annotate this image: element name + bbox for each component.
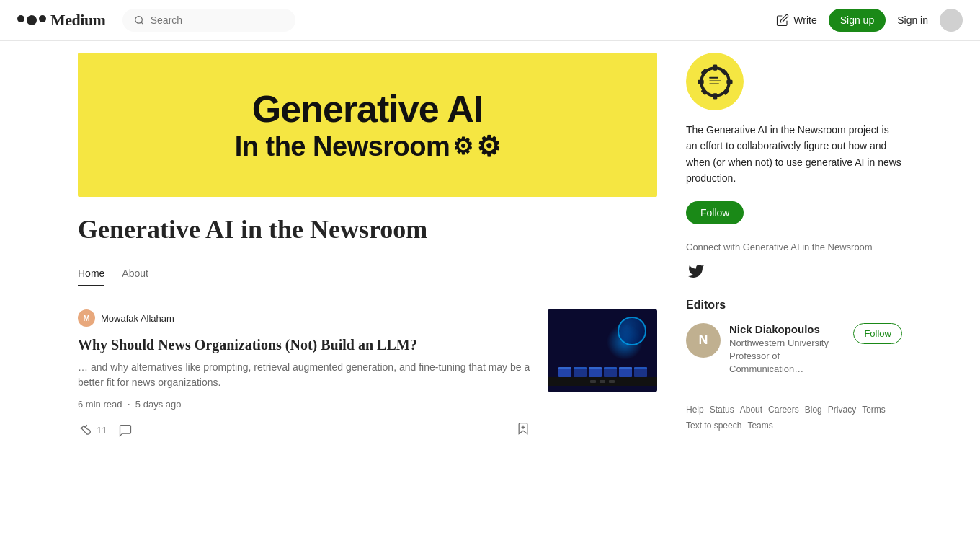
thumbnail-monitors <box>551 367 654 377</box>
svg-rect-13 <box>709 80 721 81</box>
logo-dots <box>17 15 46 25</box>
author-initial: M <box>83 314 89 322</box>
footer-link-privacy[interactable]: Privacy <box>828 405 856 415</box>
post-thumbnail[interactable] <box>548 309 657 392</box>
comment-button[interactable] <box>118 423 133 438</box>
read-time: 6 min read <box>78 399 122 410</box>
bookmark-icon <box>516 421 530 436</box>
svg-rect-6 <box>698 79 703 84</box>
svg-rect-5 <box>713 93 717 99</box>
author-avatar: M <box>78 309 95 327</box>
footer-links: Help Status About Careers Blog Privacy T… <box>686 405 902 431</box>
tab-home[interactable]: Home <box>78 262 104 286</box>
banner-subtitle-text: In the Newsroom <box>235 131 450 162</box>
signin-button[interactable]: Sign in <box>897 14 928 26</box>
author-name[interactable]: Mowafak Allaham <box>101 313 174 324</box>
post-content: M Mowafak Allaham Why Should News Organi… <box>78 309 530 439</box>
thumbnail-globe <box>618 317 646 345</box>
clap-button[interactable]: 11 <box>78 423 107 438</box>
post-actions-left: 11 <box>78 423 133 438</box>
svg-rect-4 <box>713 64 717 70</box>
tab-about[interactable]: About <box>122 262 148 286</box>
comment-icon <box>118 423 133 438</box>
nav-tabs: Home About <box>78 262 657 286</box>
connect-title: Connect with Generative AI in the Newsro… <box>686 242 902 252</box>
newsroom-gear-icon <box>695 62 735 102</box>
sidebar-follow-button[interactable]: Follow <box>686 201 744 224</box>
thumbnail-desk <box>548 377 657 386</box>
footer-link-teams[interactable]: Teams <box>747 420 772 431</box>
footer-link-status[interactable]: Status <box>710 405 734 415</box>
editor-info: Nick Diakopoulos Northwestern University… <box>729 323 845 376</box>
search-icon <box>134 14 144 26</box>
publication-title: Generative AI in the Newsroom <box>78 214 657 244</box>
twitter-icon[interactable] <box>686 261 706 281</box>
logo-text: Medium <box>50 11 105 30</box>
svg-point-0 <box>135 17 143 24</box>
banner-subtitle: In the Newsroom ⚙ ⚙ <box>235 131 501 162</box>
logo-dot-3 <box>39 15 46 22</box>
editor-bio: Northwestern University Professor of Com… <box>729 337 845 376</box>
search-input[interactable] <box>151 14 285 26</box>
editor-name[interactable]: Nick Diakopoulos <box>729 323 845 335</box>
save-button[interactable] <box>516 421 530 439</box>
footer-link-careers[interactable]: Careers <box>768 405 799 415</box>
clap-count: 11 <box>97 425 107 436</box>
connect-section: Connect with Generative AI in the Newsro… <box>686 242 902 281</box>
gear-icon-2: ⚙ <box>476 131 501 162</box>
editors-section: Editors N Nick Diakopoulos Northwestern … <box>686 299 902 376</box>
banner-title: Generative AI <box>252 87 483 131</box>
write-label: Write <box>793 14 816 26</box>
svg-rect-7 <box>726 79 732 84</box>
search-bar[interactable] <box>122 9 295 32</box>
published-date: 5 days ago <box>135 399 182 410</box>
gear-icon: ⚙ <box>453 133 473 160</box>
editor-avatar: N <box>686 323 721 358</box>
editor-item: N Nick Diakopoulos Northwestern Universi… <box>686 323 902 376</box>
post-excerpt: … and why alternatives like prompting, r… <box>78 360 530 390</box>
publication-banner: Generative AI In the Newsroom ⚙ ⚙ <box>78 53 657 197</box>
logo-dot-2 <box>27 15 37 25</box>
header: Medium Write Sign up Sign in <box>0 0 980 41</box>
footer-link-help[interactable]: Help <box>686 405 704 415</box>
footer-link-terms[interactable]: Terms <box>862 405 886 415</box>
sidebar: The Generative AI in the Newsroom projec… <box>686 41 902 475</box>
post-actions: 11 <box>78 421 530 439</box>
post-item: M Mowafak Allaham Why Should News Organi… <box>78 309 657 457</box>
post-author: M Mowafak Allaham <box>78 309 530 327</box>
article-area: Generative AI In the Newsroom ⚙ ⚙ Genera… <box>78 41 686 475</box>
svg-rect-14 <box>709 83 719 84</box>
header-right: Write Sign up Sign in <box>776 9 963 32</box>
write-button[interactable]: Write <box>776 14 816 27</box>
meta-dot: ● <box>128 402 129 406</box>
footer-link-tts[interactable]: Text to speech <box>686 420 741 431</box>
logo-dot-1 <box>17 15 24 22</box>
twitter-bird-icon <box>687 263 705 280</box>
sidebar-description: The Generative AI in the Newsroom projec… <box>686 122 902 187</box>
footer-link-blog[interactable]: Blog <box>805 405 822 415</box>
svg-rect-12 <box>709 76 718 78</box>
post-meta: 6 min read ● 5 days ago <box>78 399 530 410</box>
sidebar-pub-icon <box>686 53 744 110</box>
main-layout: Generative AI In the Newsroom ⚙ ⚙ Genera… <box>61 41 919 475</box>
logo[interactable]: Medium <box>17 11 105 30</box>
post-title[interactable]: Why Should News Organizations (Not) Buil… <box>78 335 530 354</box>
editors-title: Editors <box>686 299 902 312</box>
avatar[interactable] <box>940 9 963 32</box>
editor-follow-button[interactable]: Follow <box>853 323 902 344</box>
clap-icon <box>78 423 92 438</box>
footer-link-about[interactable]: About <box>740 405 762 415</box>
signup-button[interactable]: Sign up <box>829 9 886 32</box>
write-icon <box>776 14 789 27</box>
